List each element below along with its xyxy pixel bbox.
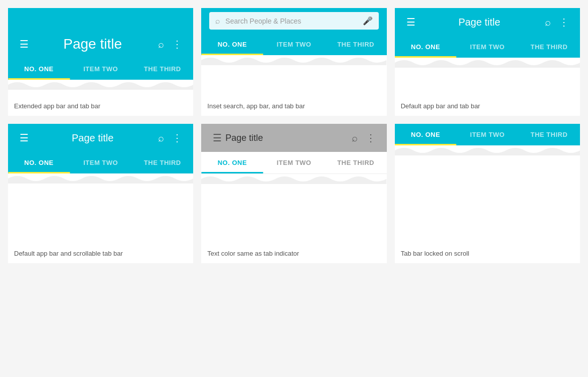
card-4-label: Default app bar and scrollable tab bar — [8, 246, 193, 263]
wavy-border-4 — [8, 173, 193, 183]
card-6-preview: NO. ONE ITEM TWO THE THIRD — [395, 124, 580, 246]
tab-no-one-4[interactable]: NO. ONE — [8, 152, 70, 173]
content-area-2 — [201, 55, 386, 67]
search-icon[interactable]: ⌕ — [153, 36, 169, 52]
wavy-border-5 — [201, 174, 386, 184]
tab-no-one-6[interactable]: NO. ONE — [395, 124, 457, 145]
tab-item-two[interactable]: ITEM TWO — [70, 58, 131, 80]
search-icon-4[interactable]: ⌕ — [153, 130, 169, 146]
tabbar-5: NO. ONE ITEM TWO THE THIRD — [201, 152, 386, 174]
card-5-preview: ☰ Page title ⌕ ⋮ NO. ONE ITEM TWO THE TH… — [201, 124, 386, 246]
tab-item-two-5[interactable]: ITEM TWO — [263, 152, 325, 173]
tabbar-2: NO. ONE ITEM TWO THE THIRD — [201, 34, 386, 55]
menu-icon-3[interactable]: ☰ — [403, 14, 419, 30]
card-2-preview: ⌕ Search People & Places 🎤 NO. ONE ITEM … — [201, 8, 386, 98]
wavy-border-1 — [8, 80, 193, 90]
tab-item-two-3[interactable]: ITEM TWO — [457, 36, 518, 58]
tab-no-one[interactable]: NO. ONE — [8, 58, 70, 80]
tab-item-two-2[interactable]: ITEM TWO — [263, 34, 325, 55]
card-default: ☰ Page title ⌕ ⋮ NO. ONE ITEM TWO THE TH… — [395, 8, 580, 116]
card-search: ⌕ Search People & Places 🎤 NO. ONE ITEM … — [201, 8, 386, 116]
appbar-default-3: ☰ Page title ⌕ ⋮ — [395, 8, 580, 36]
card-3-label: Default app bar and tab bar — [395, 98, 580, 116]
tab-the-third-5[interactable]: THE THIRD — [325, 152, 387, 173]
search-bar: ⌕ Search People & Places 🎤 — [201, 8, 386, 34]
card-2-label: Inset search, app bar, and tab bar — [201, 98, 386, 116]
card-locked: NO. ONE ITEM TWO THE THIRD Tab bar locke… — [395, 124, 580, 263]
more-icon-4[interactable]: ⋮ — [169, 130, 185, 146]
content-area-3 — [395, 58, 580, 70]
tab-the-third[interactable]: THE THIRD — [131, 58, 193, 80]
more-icon[interactable]: ⋮ — [169, 36, 185, 52]
tab-no-one-3[interactable]: NO. ONE — [395, 36, 457, 58]
tab-no-one-5[interactable]: NO. ONE — [201, 152, 263, 173]
content-area-4 — [8, 173, 193, 185]
tabbar-3: NO. ONE ITEM TWO THE THIRD — [395, 36, 580, 58]
card-text-color: ☰ Page title ⌕ ⋮ NO. ONE ITEM TWO THE TH… — [201, 124, 386, 263]
wavy-border-6 — [395, 145, 580, 155]
tab-the-third-6[interactable]: THE THIRD — [518, 124, 580, 145]
content-area-1 — [8, 80, 193, 92]
content-area-5 — [201, 174, 386, 186]
card-extended: ☰ Page title ⌕ ⋮ NO. ONE ITEM TWO THE TH… — [8, 8, 193, 116]
mic-icon: 🎤 — [363, 16, 373, 26]
search-input-container[interactable]: ⌕ Search People & Places 🎤 — [209, 12, 378, 30]
more-icon-3[interactable]: ⋮ — [556, 14, 572, 30]
tab-the-third-3[interactable]: THE THIRD — [518, 36, 580, 58]
tab-the-third-4[interactable]: THE THIRD — [131, 152, 193, 173]
tab-no-one-2[interactable]: NO. ONE — [201, 34, 263, 55]
search-icon-inset: ⌕ — [215, 17, 220, 26]
menu-icon[interactable]: ☰ — [16, 36, 32, 52]
page-title-extended: Page title — [32, 36, 153, 52]
tabbar-4: NO. ONE ITEM TWO THE THIRD — [8, 152, 193, 173]
card-1-preview: ☰ Page title ⌕ ⋮ NO. ONE ITEM TWO THE TH… — [8, 8, 193, 98]
search-icon-5[interactable]: ⌕ — [347, 130, 363, 146]
card-3-preview: ☰ Page title ⌕ ⋮ NO. ONE ITEM TWO THE TH… — [395, 8, 580, 98]
appbar-4: ☰ Page title ⌕ ⋮ — [8, 124, 193, 152]
menu-icon-5[interactable]: ☰ — [209, 130, 225, 146]
card-5-label: Text color same as tab indicator — [201, 246, 386, 263]
card-1-label: Extended app bar and tab bar — [8, 98, 193, 116]
page-title-4: Page title — [32, 132, 153, 144]
page-title-5: Page title — [225, 133, 346, 143]
main-grid: ☰ Page title ⌕ ⋮ NO. ONE ITEM TWO THE TH… — [0, 0, 588, 271]
tab-the-third-2[interactable]: THE THIRD — [325, 34, 387, 55]
wavy-border-2 — [201, 55, 386, 65]
appbar-5: ☰ Page title ⌕ ⋮ — [201, 124, 386, 152]
search-icon-3[interactable]: ⌕ — [540, 14, 556, 30]
tabbar-1: NO. ONE ITEM TWO THE THIRD — [8, 58, 193, 80]
card-6-label: Tab bar locked on scroll — [395, 246, 580, 263]
card-4-preview: ☰ Page title ⌕ ⋮ NO. ONE ITEM TWO THE TH… — [8, 124, 193, 246]
card-scrollable: ☰ Page title ⌕ ⋮ NO. ONE ITEM TWO THE TH… — [8, 124, 193, 263]
tabbar-6: NO. ONE ITEM TWO THE THIRD — [395, 124, 580, 145]
more-icon-5[interactable]: ⋮ — [363, 130, 379, 146]
tab-item-two-6[interactable]: ITEM TWO — [457, 124, 518, 145]
wavy-border-3 — [395, 58, 580, 68]
appbar-extended: ☰ Page title ⌕ ⋮ — [8, 8, 193, 58]
menu-icon-4[interactable]: ☰ — [16, 130, 32, 146]
content-area-6 — [395, 145, 580, 246]
search-placeholder: Search People & Places — [225, 17, 357, 25]
tab-item-two-4[interactable]: ITEM TWO — [70, 152, 131, 173]
page-title-3: Page title — [419, 17, 540, 28]
